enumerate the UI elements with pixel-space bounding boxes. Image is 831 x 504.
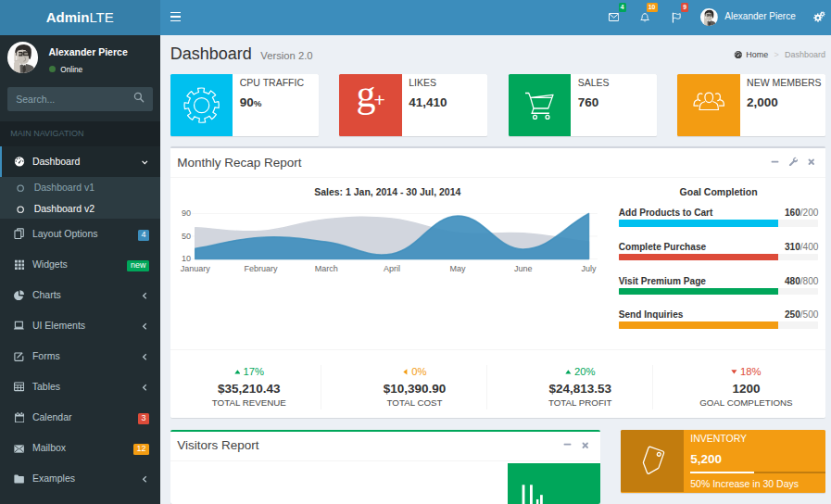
svg-text:50: 50 [182,232,191,241]
svg-text:January: January [181,264,211,273]
svg-text:May: May [450,264,467,273]
svg-text:90: 90 [182,208,191,218]
svg-text:+: + [374,90,385,111]
svg-text:February: February [245,264,279,273]
svg-text:April: April [384,264,400,273]
svg-text:June: June [514,264,533,273]
svg-text:March: March [315,264,338,273]
svg-text:July: July [582,264,598,273]
svg-text:10: 10 [182,254,191,263]
svg-text:g: g [357,84,376,115]
